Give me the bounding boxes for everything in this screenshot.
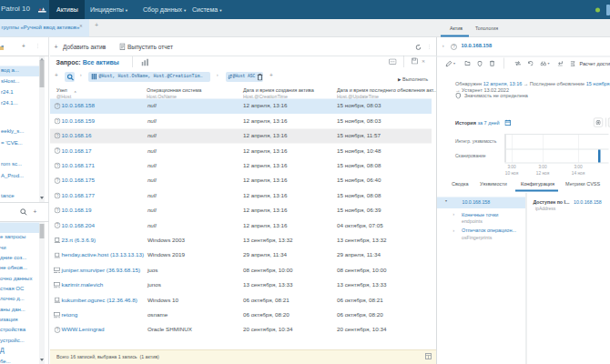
svg-text:?: ? <box>56 134 59 138</box>
svg-text:?: ? <box>56 148 59 153</box>
svg-text:?: ? <box>56 104 59 108</box>
svg-text:?: ? <box>56 164 59 168</box>
svg-text:?: ? <box>56 194 59 198</box>
svg-text:?: ? <box>56 119 59 124</box>
svg-text:?: ? <box>56 178 59 183</box>
svg-text:?: ? <box>56 223 59 228</box>
svg-text:?: ? <box>452 45 455 49</box>
svg-text:?: ? <box>56 208 59 213</box>
svg-text:?: ? <box>56 328 59 332</box>
